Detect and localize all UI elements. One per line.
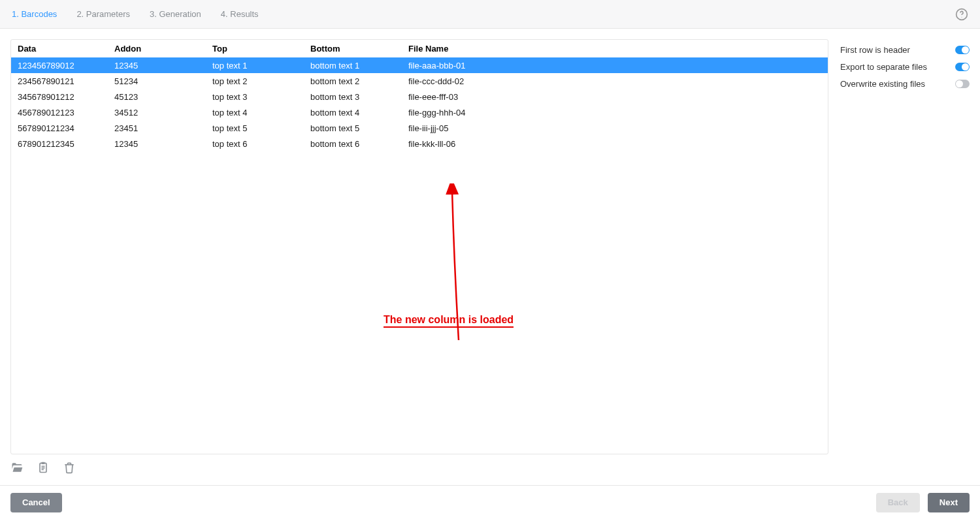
- toggle-overwrite[interactable]: [955, 80, 970, 88]
- wizard-steps-bar: 1. Barcodes2. Parameters3. Generation4. …: [0, 0, 980, 29]
- cell-addon: 23451: [109, 120, 207, 136]
- open-folder-icon[interactable]: [10, 461, 24, 474]
- data-table[interactable]: Data Addon Top Bottom File Name 12345678…: [11, 40, 828, 151]
- table-row[interactable]: 23456789012151234top text 2bottom text 2…: [11, 73, 828, 89]
- cell-file: file-iii-jjj-05: [403, 120, 828, 136]
- cell-bottom: bottom text 4: [305, 104, 403, 120]
- help-icon[interactable]: [955, 8, 968, 21]
- cell-file: file-ggg-hhh-04: [403, 104, 828, 120]
- col-header-bottom[interactable]: Bottom: [305, 40, 403, 57]
- paste-clipboard-icon[interactable]: [37, 461, 50, 474]
- table-row[interactable]: 56789012123423451top text 5bottom text 5…: [11, 120, 828, 136]
- table-row[interactable]: 34567890121245123top text 3bottom text 3…: [11, 89, 828, 104]
- footer-bar: Cancel Back Next: [0, 485, 980, 519]
- col-header-data[interactable]: Data: [11, 40, 109, 57]
- cell-addon: 51234: [109, 73, 207, 89]
- options-panel: First row is header Export to separate f…: [840, 39, 970, 454]
- cell-top: top text 2: [207, 73, 305, 89]
- toggle-first-row-header[interactable]: [955, 46, 970, 54]
- table-row[interactable]: 67890121234512345top text 6bottom text 6…: [11, 136, 828, 151]
- col-header-file[interactable]: File Name: [403, 40, 828, 57]
- cell-file: file-eee-fff-03: [403, 89, 828, 104]
- table-row[interactable]: 45678901212334512top text 4bottom text 4…: [11, 104, 828, 120]
- option-first-row-header-label: First row is header: [840, 45, 910, 55]
- next-button[interactable]: Next: [928, 493, 970, 512]
- cell-top: top text 3: [207, 89, 305, 104]
- svg-point-1: [962, 16, 962, 17]
- svg-rect-4: [42, 462, 45, 464]
- cell-top: top text 1: [207, 57, 305, 73]
- cell-addon: 34512: [109, 104, 207, 120]
- cell-addon: 12345: [109, 57, 207, 73]
- cell-bottom: bottom text 6: [305, 136, 403, 151]
- cell-data: 123456789012: [11, 57, 109, 73]
- cell-bottom: bottom text 2: [305, 73, 403, 89]
- option-overwrite-label: Overwrite existing files: [840, 79, 925, 89]
- wizard-step[interactable]: 2. Parameters: [76, 9, 130, 19]
- table-toolbar: [0, 454, 980, 474]
- cell-addon: 12345: [109, 136, 207, 151]
- cell-bottom: bottom text 5: [305, 120, 403, 136]
- cell-file: file-kkk-lll-06: [403, 136, 828, 151]
- trash-icon[interactable]: [63, 461, 76, 474]
- col-header-top[interactable]: Top: [207, 40, 305, 57]
- cell-data: 678901212345: [11, 136, 109, 151]
- toggle-export-separate[interactable]: [955, 63, 970, 71]
- cell-data: 345678901212: [11, 89, 109, 104]
- cell-top: top text 4: [207, 104, 305, 120]
- cell-file: file-aaa-bbb-01: [403, 57, 828, 73]
- annotation-text: The new column is loaded: [384, 314, 514, 328]
- cell-top: top text 6: [207, 136, 305, 151]
- option-export-separate-label: Export to separate files: [840, 62, 927, 72]
- cell-data: 456789012123: [11, 104, 109, 120]
- back-button: Back: [876, 493, 920, 512]
- wizard-step[interactable]: 1. Barcodes: [12, 9, 57, 19]
- cell-bottom: bottom text 1: [305, 57, 403, 73]
- cell-data: 234567890121: [11, 73, 109, 89]
- cell-top: top text 5: [207, 120, 305, 136]
- table-row[interactable]: 12345678901212345top text 1bottom text 1…: [11, 57, 828, 73]
- cancel-button[interactable]: Cancel: [10, 493, 62, 512]
- cell-bottom: bottom text 3: [305, 89, 403, 104]
- cell-addon: 45123: [109, 89, 207, 104]
- wizard-step[interactable]: 4. Results: [221, 9, 259, 19]
- data-table-panel: Data Addon Top Bottom File Name 12345678…: [10, 39, 828, 454]
- wizard-step[interactable]: 3. Generation: [150, 9, 201, 19]
- col-header-addon[interactable]: Addon: [109, 40, 207, 57]
- cell-data: 567890121234: [11, 120, 109, 136]
- cell-file: file-ccc-ddd-02: [403, 73, 828, 89]
